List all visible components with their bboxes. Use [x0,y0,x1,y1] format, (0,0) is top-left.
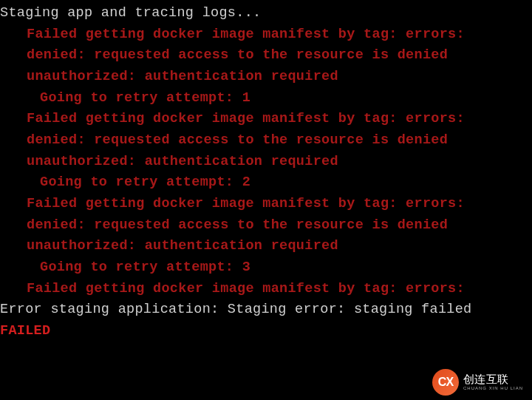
status-line: Staging app and tracing logs... [0,3,532,24]
retry-line: Going to retry attempt: 1 [0,88,532,109]
error-line: Failed getting docker image manifest by … [0,279,532,300]
error-line: Failed getting docker image manifest by … [0,109,532,130]
retry-line: Going to retry attempt: 2 [0,172,532,194]
terminal-output: Staging app and tracing logs... Failed g… [0,3,532,400]
watermark-text: 创连互联 CHUANG XIN HU LIAN [463,373,523,390]
error-line: Failed getting docker image manifest by … [0,194,532,215]
error-line: denied: requested access to the resource… [0,45,532,67]
watermark-sub: CHUANG XIN HU LIAN [463,386,523,391]
summary-line: Error staging application: Staging error… [0,299,532,321]
watermark-main: 创连互联 [463,373,523,386]
error-line: unauthorized: authentication required [0,236,532,257]
error-line: unauthorized: authentication required [0,67,532,88]
watermark: CX 创连互联 CHUANG XIN HU LIAN [432,369,523,396]
retry-line: Going to retry attempt: 3 [0,257,532,279]
error-line: unauthorized: authentication required [0,152,532,173]
failed-line: FAILED [0,321,532,342]
error-line: denied: requested access to the resource… [0,130,532,152]
watermark-logo-icon: CX [432,369,459,396]
error-line: denied: requested access to the resource… [0,215,532,237]
error-line: Failed getting docker image manifest by … [0,24,532,46]
